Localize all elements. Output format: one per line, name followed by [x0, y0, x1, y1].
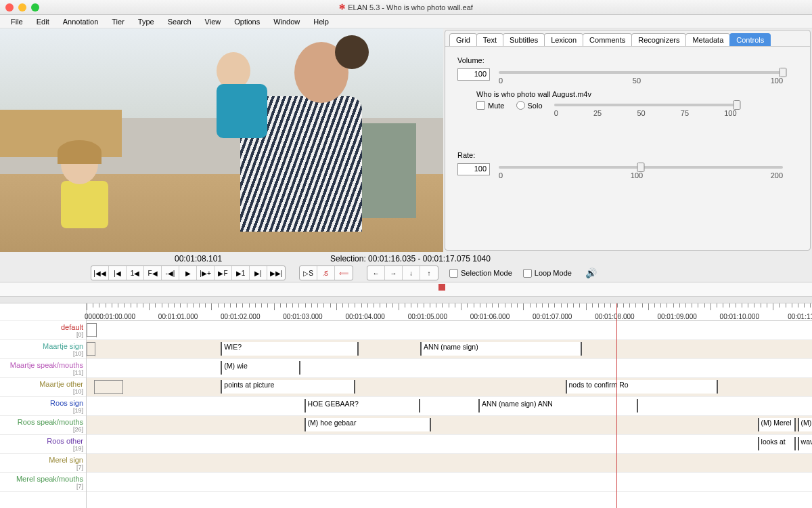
solo-radio[interactable]: Solo	[516, 101, 543, 110]
app-icon: ✻	[339, 3, 345, 12]
next-pixel-button[interactable]: |▶+	[197, 266, 215, 280]
tier-row[interactable]	[87, 321, 812, 340]
menu-help[interactable]: Help	[307, 16, 336, 27]
volume-label: Volume:	[457, 56, 798, 64]
selection-mode-checkbox[interactable]: Selection Mode	[449, 269, 512, 278]
annotation[interactable]: (M) Merel	[758, 418, 796, 431]
annotation[interactable]: ANN (name sign) ANN	[478, 399, 638, 412]
tier-label[interactable]: Maartje speak/mouths[11]	[0, 359, 86, 378]
media-volume-slider[interactable]	[554, 104, 737, 106]
tier-label[interactable]: Maartje other[10]	[0, 378, 86, 397]
go-end-button[interactable]: ▶▶|	[267, 266, 285, 280]
time-tick: 00:01:03.000	[283, 313, 322, 320]
tier-name: Roos speak/mouths	[18, 418, 83, 426]
menu-options[interactable]: Options	[227, 16, 267, 27]
time-tick: 00:01:11.	[788, 313, 812, 320]
menu-edit[interactable]: Edit	[30, 16, 56, 27]
tier-label[interactable]: Roos speak/mouths[26]	[0, 416, 86, 435]
tick: 75	[681, 109, 689, 117]
tier-row[interactable]: (M) hoe gebaar(M) Merel(M) Mereltje	[87, 416, 812, 435]
menu-type[interactable]: Type	[131, 16, 161, 27]
prev-second-button[interactable]: 1◀	[127, 266, 144, 280]
annotation[interactable]: (M) hoe gebaar	[304, 418, 432, 431]
tier-row[interactable]	[87, 454, 812, 473]
volume-value[interactable]: 100	[457, 68, 490, 81]
time-ruler[interactable]: 00000:01:00.00000:01:01.00000:01:02.0000…	[87, 303, 812, 321]
prev-frame-button[interactable]: F◀	[144, 266, 162, 280]
time-tick: 00:01:04.000	[345, 313, 384, 320]
annotation[interactable]: ANN (name sign)	[420, 342, 582, 356]
next-scroll-button[interactable]: ▶|	[250, 266, 267, 280]
down-arrow-button[interactable]: ↓	[403, 266, 420, 280]
transport-buttons: |◀◀ |◀ 1◀ F◀ -◀| ▶ |▶+ ▶F ▶1 ▶| ▶▶|	[91, 266, 286, 280]
left-arrow-button[interactable]: ←	[367, 266, 385, 280]
annotation[interactable]: waves at Me	[798, 437, 812, 450]
tier-row[interactable]: looks atwaves at Me	[87, 435, 812, 454]
tab-text[interactable]: Text	[476, 33, 503, 46]
playhead-icon[interactable]	[438, 284, 445, 291]
time-tick: 00:01:08.000	[595, 313, 634, 320]
prev-pixel-button[interactable]: -◀|	[162, 266, 179, 280]
tab-grid[interactable]: Grid	[449, 33, 477, 46]
tab-comments[interactable]: Comments	[583, 33, 632, 46]
tick: 100	[724, 109, 736, 117]
ruler-spacer	[0, 303, 86, 321]
menu-tier[interactable]: Tier	[105, 16, 131, 27]
tier-label[interactable]: Merel sign[7]	[0, 454, 86, 473]
overview-ruler[interactable]	[0, 282, 812, 297]
tab-recognizers[interactable]: Recognizers	[631, 33, 686, 46]
loop-mode-checkbox[interactable]: Loop Mode	[523, 269, 572, 278]
divider[interactable]	[0, 297, 812, 303]
annotation[interactable]: (M) wie	[221, 361, 300, 375]
tier-label[interactable]: default[0]	[0, 321, 86, 340]
selection-boundary-button[interactable]: ⟸	[335, 266, 353, 280]
annotation[interactable]: WIE?	[221, 342, 359, 356]
volume-slider[interactable]	[499, 71, 783, 74]
selection-label: Selection: 00:01:16.035 - 00:01:17.075 1…	[330, 254, 491, 263]
menu-window[interactable]: Window	[267, 16, 307, 27]
tier-label[interactable]: Maartje sign[10]	[0, 340, 86, 359]
play-button[interactable]: ▶	[179, 266, 197, 280]
tier-label[interactable]: Merel speak/mouths[7]	[0, 473, 86, 492]
tab-controls[interactable]: Controls	[729, 33, 771, 46]
go-begin-button[interactable]: |◀◀	[91, 266, 109, 280]
tab-metadata[interactable]: Metadata	[685, 33, 730, 46]
time-tick: 00:01:05.000	[408, 313, 447, 320]
tier-label[interactable]: Roos sign[19]	[0, 397, 86, 416]
next-frame-button[interactable]: ▶F	[215, 266, 232, 280]
speaker-icon[interactable]: 🔊	[585, 268, 597, 278]
tier-row[interactable]: HOE GEBAAR?ANN (name sign) ANN	[87, 397, 812, 416]
rate-value[interactable]: 100	[457, 163, 490, 175]
time-tick: 00:01:01.000	[158, 313, 198, 320]
menu-file[interactable]: File	[4, 16, 30, 27]
menu-search[interactable]: Search	[161, 16, 198, 27]
rate-label: Rate:	[457, 151, 798, 159]
tier-row[interactable]	[87, 473, 812, 492]
next-second-button[interactable]: ▶1	[232, 266, 250, 280]
tab-lexicon[interactable]: Lexicon	[544, 33, 583, 46]
video-viewer[interactable]	[0, 28, 443, 252]
time-tick: 00:01:06.000	[470, 313, 510, 320]
rate-slider[interactable]	[499, 166, 783, 169]
controls-panel: Volume: 100 050100 Who is who photo wall…	[445, 47, 810, 250]
mute-checkbox[interactable]: Mute	[476, 101, 504, 110]
titlebar: ✻ ELAN 5.3 - Who is who photo wall.eaf	[0, 0, 812, 15]
annotation[interactable]: (M) Mereltje	[798, 418, 812, 431]
tier-row[interactable]: points at picturenods to confirm Ro	[87, 378, 812, 397]
annotation[interactable]: nods to confirm Ro	[566, 380, 718, 394]
play-selection-button[interactable]: ▷S	[300, 266, 317, 280]
playhead-line[interactable]	[616, 303, 617, 508]
clear-selection-button[interactable]: S̸	[317, 266, 335, 280]
menu-annotation[interactable]: Annotation	[56, 16, 106, 27]
tier-label[interactable]: Roos other[19]	[0, 435, 86, 454]
up-arrow-button[interactable]: ↑	[420, 266, 438, 280]
tier-row[interactable]: (M) wie	[87, 359, 812, 378]
menu-view[interactable]: View	[198, 16, 228, 27]
tier-row[interactable]: WIE?ANN (name sign)	[87, 340, 812, 359]
right-arrow-button[interactable]: →	[385, 266, 403, 280]
annotation[interactable]: points at picture	[221, 380, 355, 394]
annotation[interactable]: looks at	[758, 437, 796, 450]
tab-subtitles[interactable]: Subtitles	[503, 33, 545, 46]
prev-scroll-button[interactable]: |◀	[109, 266, 127, 280]
annotation[interactable]: HOE GEBAAR?	[304, 399, 421, 412]
